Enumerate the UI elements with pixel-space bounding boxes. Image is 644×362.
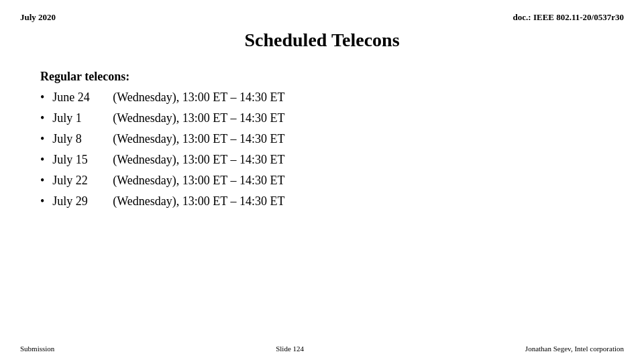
telecon-date: July 22 — [52, 174, 113, 188]
bullet-icon: • — [40, 194, 44, 208]
telecon-detail: (Wednesday), 13:00 ET – 14:30 ET — [113, 153, 624, 167]
page: July 2020 doc.: IEEE 802.11-20/0537r30 S… — [0, 0, 644, 362]
footer: Submission Slide 124 Jonathan Segev, Int… — [20, 345, 624, 353]
header-doc: doc.: IEEE 802.11-20/0537r30 — [513, 12, 624, 23]
list-item: •July 1(Wednesday), 13:00 ET – 14:30 ET — [40, 111, 624, 125]
page-title: Scheduled Telecons — [20, 29, 624, 51]
header-date: July 2020 — [20, 12, 56, 23]
telecon-list: •June 24(Wednesday), 13:00 ET – 14:30 ET… — [40, 90, 624, 208]
footer-slide: Slide 124 — [276, 345, 304, 353]
telecon-detail: (Wednesday), 13:00 ET – 14:30 ET — [113, 111, 624, 125]
telecon-date: July 1 — [52, 111, 113, 125]
bullet-icon: • — [40, 153, 44, 167]
list-item: •July 15(Wednesday), 13:00 ET – 14:30 ET — [40, 153, 624, 167]
header: July 2020 doc.: IEEE 802.11-20/0537r30 — [20, 12, 624, 23]
list-item: •July 29(Wednesday), 13:00 ET – 14:30 ET — [40, 194, 624, 208]
telecon-detail: (Wednesday), 13:00 ET – 14:30 ET — [113, 174, 624, 188]
bullet-icon: • — [40, 111, 44, 125]
footer-submission: Submission — [20, 345, 54, 353]
telecon-date: July 15 — [52, 153, 113, 167]
telecon-detail: (Wednesday), 13:00 ET – 14:30 ET — [113, 194, 624, 208]
list-item: •June 24(Wednesday), 13:00 ET – 14:30 ET — [40, 90, 624, 105]
bullet-icon: • — [40, 90, 44, 105]
telecon-date: July 29 — [52, 194, 113, 208]
bullet-icon: • — [40, 132, 44, 146]
section-label: Regular telecons: — [40, 70, 624, 84]
telecon-detail: (Wednesday), 13:00 ET – 14:30 ET — [113, 132, 624, 146]
title-section: Scheduled Telecons — [20, 29, 624, 51]
telecon-date: July 8 — [52, 132, 113, 146]
bullet-icon: • — [40, 174, 44, 188]
telecon-date: June 24 — [52, 90, 113, 105]
list-item: •July 22(Wednesday), 13:00 ET – 14:30 ET — [40, 174, 624, 188]
list-item: •July 8(Wednesday), 13:00 ET – 14:30 ET — [40, 132, 624, 146]
footer-author: Jonathan Segev, Intel corporation — [525, 345, 624, 353]
telecon-detail: (Wednesday), 13:00 ET – 14:30 ET — [113, 90, 624, 105]
content: Regular telecons: •June 24(Wednesday), 1… — [20, 70, 624, 208]
